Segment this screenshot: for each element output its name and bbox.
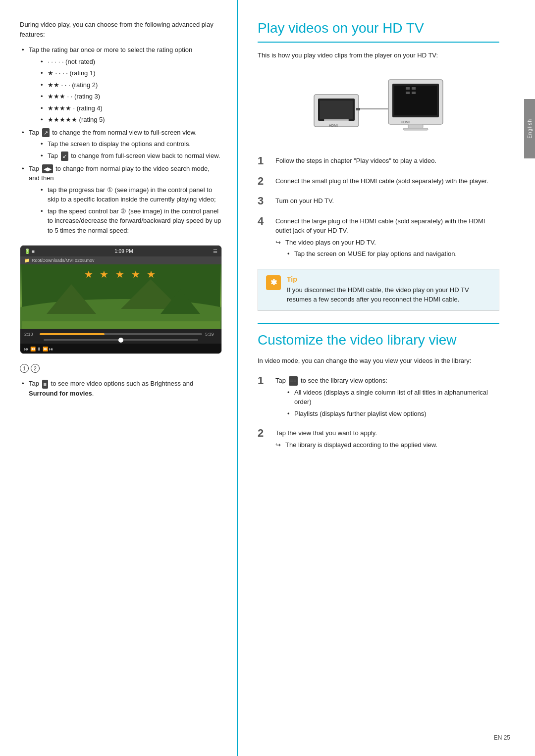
right-column: Play videos on your HD TV This is how yo…: [238, 0, 524, 756]
rating-option: ★★★★ · (rating 4): [48, 104, 103, 112]
svg-rect-5: [22, 321, 220, 329]
step-item: 1 Follow the steps in chapter "Play vide…: [258, 154, 499, 168]
step-item: 4 Connect the large plug of the HDMI cab…: [258, 214, 499, 261]
progress-bar-row: 2:13 5:39: [24, 332, 217, 337]
step-content: Tap the view that you want to apply. The…: [275, 426, 499, 451]
circle-two: 2: [31, 364, 40, 373]
step-number: 1: [258, 154, 268, 168]
search-mode-icon: ◀▶: [42, 164, 53, 174]
rating-option: ★★ · · · (rating 2): [48, 81, 98, 89]
step-text: Connect the large plug of the HDMI cable…: [275, 217, 485, 235]
step-number: 4: [258, 214, 268, 261]
bullet-text: Tap the rating bar once or more to selec…: [29, 46, 192, 53]
list-item: ★★ · · · (rating 2): [39, 80, 222, 90]
step-content: Follow the steps in chapter "Play videos…: [275, 154, 499, 168]
tip-text: If you disconnect the HDMI cable, the vi…: [287, 285, 491, 304]
options-bullet-text: Tap ≡ to see more video options such as …: [29, 380, 193, 397]
list-item: Tap the screen on MUSE for play options …: [285, 249, 499, 259]
list-item: Tap the screen to display the options an…: [39, 139, 222, 149]
svg-text:HDMI: HDMI: [329, 124, 338, 127]
speed-track: [44, 339, 198, 341]
tip-box: ✱ Tip If you disconnect the HDMI cable, …: [258, 269, 499, 311]
device-video-area: ★ ★ ★ ★ ★: [20, 264, 221, 329]
steps-list-1: 1 Follow the steps in chapter "Play vide…: [258, 154, 499, 261]
folder-icon: 📁: [24, 258, 30, 263]
language-tab: English: [524, 99, 535, 158]
svg-rect-19: [412, 92, 416, 94]
step-number: 1: [258, 374, 268, 420]
step-content: Tap ≡≡ to see the library view options: …: [275, 374, 499, 420]
speed-control-bar: [24, 339, 217, 341]
rating-sub-list: · · · · · (not rated) ★ · · · · (rating …: [39, 57, 222, 125]
svg-rect-11: [356, 108, 360, 110]
list-item: tap the progress bar ① (see image) in th…: [39, 185, 222, 204]
list-item: Tap ≡ to see more video options such as …: [20, 379, 222, 398]
speed-indicator: [118, 338, 123, 343]
step-content: Connect the small plug of the HDMI cable…: [275, 174, 499, 189]
circle-numbers: 1 2: [20, 364, 222, 373]
svg-rect-16: [406, 87, 410, 90]
bullet-text: Tap ↗ to change the from normal view to …: [29, 129, 197, 136]
progress-track: [40, 333, 202, 335]
sub-bullets: Tap the screen on MUSE for play options …: [285, 249, 499, 259]
bottom-controls: ⏮ ⏪ ⏸ ⏩ ⏭: [24, 347, 54, 352]
svg-rect-8: [320, 101, 353, 119]
list-item: Tap ◀▶ to change from normal play to the…: [20, 164, 222, 236]
main-bullet-list: Tap the rating bar once or more to selec…: [20, 45, 222, 235]
tip-content: Tip If you disconnect the HDMI cable, th…: [287, 275, 491, 304]
step-item: 3 Turn on your HD TV.: [258, 194, 499, 208]
section1-intro: This is how you play video clips from th…: [258, 50, 499, 60]
list-item: ★ · · · · (rating 1): [39, 68, 222, 78]
step-text: Turn on your HD TV.: [275, 197, 334, 204]
search-sub-list: tap the progress bar ① (see image) in th…: [39, 185, 222, 236]
language-label: English: [527, 119, 533, 139]
list-item: tap the speed control bar ② (see image) …: [39, 206, 222, 236]
device-controls: 2:13 5:39: [20, 329, 221, 344]
circle-one: 1: [20, 364, 29, 373]
time-elapsed: 2:13: [24, 332, 37, 337]
section2-title: Customize the video library view: [258, 332, 499, 349]
list-item: ★★★★★ (rating 5): [39, 115, 222, 125]
list-item: Tap the rating bar once or more to selec…: [20, 45, 222, 125]
svg-rect-9: [324, 119, 349, 121]
step-text: Follow the steps in chapter "Play videos…: [275, 157, 436, 164]
svg-rect-15: [394, 86, 437, 115]
step-content: Connect the large plug of the HDMI cable…: [275, 214, 499, 261]
list-item: ★★★ · · (rating 3): [39, 92, 222, 101]
section2-title-text: Customize the video library view: [258, 332, 457, 348]
steps-list-2: 1 Tap ≡≡ to see the library view options…: [258, 374, 499, 451]
list-item: ★★★★ · (rating 4): [39, 103, 222, 113]
arrow-bullets: The video plays on your HD TV.: [275, 238, 499, 248]
list-item: · · · · · (not rated): [39, 57, 222, 67]
time-total: 5:39: [205, 332, 217, 337]
section-divider: [258, 323, 499, 324]
fullscreen-sub-list: Tap the screen to display the options an…: [39, 139, 222, 160]
speed-dot: [118, 338, 123, 343]
library-view-icon: ≡≡: [289, 376, 298, 386]
progress-fill: [40, 333, 105, 335]
svg-rect-17: [412, 87, 416, 90]
step-text: Connect the small plug of the HDMI cable…: [275, 177, 488, 185]
surround-bold: Surround for movies: [29, 390, 92, 397]
device-bottom-bar: ⏮ ⏪ ⏸ ⏩ ⏭: [20, 344, 221, 354]
step-number: 2: [258, 426, 268, 451]
list-item: The video plays on your HD TV.: [275, 238, 499, 248]
rating-option: ★★★ · · (rating 3): [48, 93, 100, 100]
step-content: Turn on your HD TV.: [275, 194, 499, 208]
svg-rect-18: [406, 92, 410, 94]
device-time: 1:09 PM: [114, 249, 133, 254]
device-top-bar: 🔋 ■ 1:09 PM ☰: [20, 246, 221, 256]
options-bullet-list: Tap ≡ to see more video options such as …: [20, 379, 222, 398]
device-path-bar: 📁 Root/Downloads/MVI 0208.mov: [20, 256, 221, 264]
svg-text:HDMI: HDMI: [401, 120, 410, 124]
device-screen-image: 🔋 ■ 1:09 PM ☰ 📁 Root/Downloads/MVI 0208.…: [20, 245, 222, 354]
step-number: 2: [258, 174, 268, 189]
left-column: During video play, you can choose from t…: [0, 0, 238, 756]
fullscreen-icon: ↗: [42, 128, 50, 138]
list-item: Tap ↗ to change the from normal view to …: [20, 128, 222, 161]
rating-option: ★★★★★ (rating 5): [48, 116, 105, 123]
page-number: EN 25: [494, 734, 510, 741]
list-item: Tap ↙ to change from full-screen view ba…: [39, 151, 222, 161]
star-rating-display: ★ ★ ★ ★ ★: [84, 268, 158, 280]
normal-view-icon: ↙: [61, 151, 68, 161]
